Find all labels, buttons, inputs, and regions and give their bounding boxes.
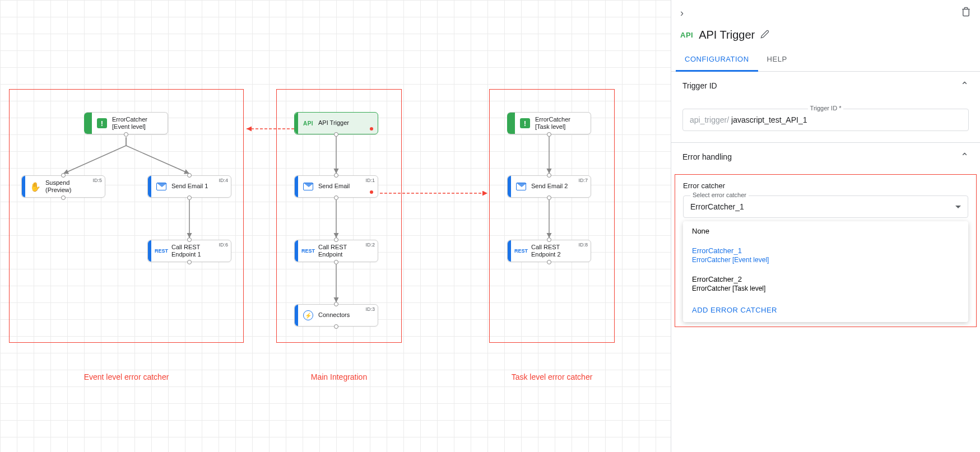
option-subtitle: ErrorCatcher [Task level] bbox=[692, 285, 959, 292]
chevron-up-icon: ⌃ bbox=[960, 151, 969, 163]
node-errorcatcher-task[interactable]: ! ErrorCatcher [Task level] bbox=[507, 112, 591, 134]
error-catcher-dropdown: None ErrorCatcher_1 ErrorCatcher [Event … bbox=[683, 221, 968, 322]
panel-title-row: API API Trigger bbox=[671, 26, 980, 48]
dropdown-option-errorcatcher-1[interactable]: ErrorCatcher_1 ErrorCatcher [Event level… bbox=[683, 241, 968, 269]
node-send-email-1[interactable]: Send Email 1 ID:4 bbox=[147, 175, 231, 198]
properties-panel: › API API Trigger CONFIGURATION HELP Tri… bbox=[671, 0, 980, 452]
option-subtitle: ErrorCatcher [Event level] bbox=[692, 256, 959, 264]
node-id: ID:6 bbox=[219, 242, 228, 248]
connector-icon: ⚡ bbox=[303, 310, 313, 320]
rest-icon: REST bbox=[514, 248, 528, 254]
section-error-handling: Error handling ⌃ Error catcher Select er… bbox=[671, 143, 980, 330]
delete-button[interactable] bbox=[961, 7, 971, 20]
error-catcher-title: Error catcher bbox=[683, 181, 968, 190]
error-dot bbox=[370, 190, 373, 194]
select-value: ErrorCatcher_1 bbox=[690, 202, 955, 211]
input-label: Trigger ID * bbox=[808, 105, 844, 111]
node-api-trigger[interactable]: API API Trigger bbox=[294, 112, 378, 134]
rest-icon: REST bbox=[155, 248, 168, 254]
caption-main: Main Integration bbox=[276, 372, 402, 381]
tab-help[interactable]: HELP bbox=[758, 48, 796, 71]
error-catcher-block: Error catcher Select error catcher Error… bbox=[675, 174, 977, 327]
collapse-panel-button[interactable]: › bbox=[680, 7, 684, 19]
trigger-id-input[interactable] bbox=[731, 115, 962, 124]
option-title: None bbox=[692, 227, 959, 235]
integration-canvas[interactable]: Event level error catcher Main Integrati… bbox=[0, 0, 671, 452]
option-title: ErrorCatcher_2 bbox=[692, 275, 959, 283]
chevron-up-icon: ⌃ bbox=[960, 80, 969, 92]
node-errorcatcher-event[interactable]: ! ErrorCatcher [Event level] bbox=[84, 112, 168, 134]
tab-configuration[interactable]: CONFIGURATION bbox=[676, 48, 758, 72]
section-header-error-handling[interactable]: Error handling ⌃ bbox=[671, 143, 980, 171]
input-prefix: api_trigger/ bbox=[690, 115, 729, 124]
node-id: ID:4 bbox=[219, 178, 228, 183]
node-send-email[interactable]: Send Email ID:1 bbox=[294, 175, 378, 198]
api-icon: API bbox=[303, 120, 313, 127]
node-rest-1[interactable]: REST Call REST Endpoint 1 ID:6 bbox=[147, 240, 231, 262]
node-rest[interactable]: REST Call REST Endpoint ID:2 bbox=[294, 240, 378, 262]
rest-icon: REST bbox=[301, 248, 315, 254]
node-id: ID:3 bbox=[365, 306, 375, 312]
error-catcher-select[interactable]: Select error catcher ErrorCatcher_1 bbox=[683, 195, 968, 218]
section-title: Trigger ID bbox=[682, 81, 717, 90]
node-label: Send Email 2 bbox=[529, 183, 591, 190]
node-send-email-2[interactable]: Send Email 2 ID:7 bbox=[507, 175, 591, 198]
panel-header: › bbox=[671, 0, 980, 26]
node-label: Connectors bbox=[316, 311, 378, 319]
api-icon: API bbox=[680, 31, 693, 39]
error-dot bbox=[370, 127, 373, 131]
caption-task-level: Task level error catcher bbox=[489, 372, 615, 381]
node-id: ID:5 bbox=[92, 178, 102, 183]
error-icon: ! bbox=[520, 118, 530, 128]
dropdown-option-errorcatcher-2[interactable]: ErrorCatcher_2 ErrorCatcher [Task level] bbox=[683, 269, 968, 298]
node-connectors[interactable]: ⚡ Connectors ID:3 bbox=[294, 304, 378, 327]
email-icon bbox=[156, 183, 166, 190]
section-trigger-id: Trigger ID ⌃ Trigger ID * api_trigger/ bbox=[671, 72, 980, 143]
edit-title-button[interactable] bbox=[760, 30, 769, 41]
caption-event-level: Event level error catcher bbox=[9, 372, 244, 381]
node-suspend[interactable]: ✋ Suspend (Preview) ID:5 bbox=[21, 175, 105, 198]
email-icon bbox=[303, 183, 313, 190]
email-icon bbox=[516, 183, 526, 190]
error-icon: ! bbox=[97, 118, 107, 128]
dropdown-option-none[interactable]: None bbox=[683, 221, 968, 241]
chevron-down-icon bbox=[955, 206, 961, 208]
node-label: ErrorCatcher [Task level] bbox=[533, 116, 591, 131]
node-id: ID:8 bbox=[578, 242, 588, 248]
section-header-trigger-id[interactable]: Trigger ID ⌃ bbox=[671, 72, 980, 100]
node-label: Send Email bbox=[316, 183, 378, 190]
node-label: ErrorCatcher [Event level] bbox=[110, 116, 168, 131]
option-title: ErrorCatcher_1 bbox=[692, 246, 959, 255]
node-id: ID:7 bbox=[578, 178, 588, 183]
section-title: Error handling bbox=[682, 152, 732, 161]
add-error-catcher-button[interactable]: ADD ERROR CATCHER bbox=[683, 298, 968, 322]
node-id: ID:1 bbox=[365, 178, 375, 183]
node-id: ID:2 bbox=[365, 242, 375, 248]
node-label: Send Email 1 bbox=[169, 183, 231, 190]
tabs: CONFIGURATION HELP bbox=[671, 48, 980, 72]
hand-icon: ✋ bbox=[30, 181, 41, 192]
trigger-id-input-wrap[interactable]: Trigger ID * api_trigger/ bbox=[682, 109, 969, 131]
node-label: API Trigger bbox=[316, 119, 378, 127]
node-rest-2[interactable]: REST Call REST Endpoint 2 ID:8 bbox=[507, 240, 591, 262]
select-label: Select error catcher bbox=[690, 192, 749, 198]
panel-title: API Trigger bbox=[699, 29, 755, 41]
